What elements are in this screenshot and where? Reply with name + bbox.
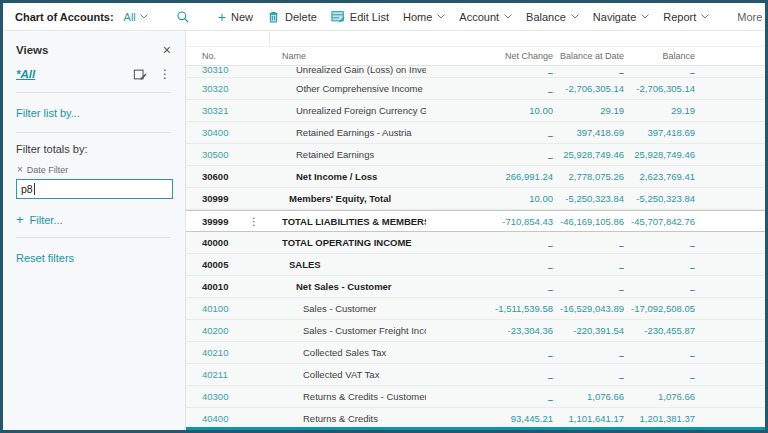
net-change-value[interactable]: 10.00	[426, 100, 553, 121]
column-header-name[interactable]: Name	[264, 51, 426, 61]
edit-view-icon[interactable]	[133, 68, 147, 81]
table-row[interactable]: 39999⋮TOTAL LIABILITIES & MEMBERS' EQUIT…	[186, 210, 765, 232]
new-button[interactable]: + New	[218, 10, 253, 24]
balance-value[interactable]: -230,455.87	[624, 320, 695, 341]
account-no-link[interactable]: 40100	[186, 298, 244, 319]
filter-list-by-link[interactable]: Filter list by...	[16, 107, 80, 119]
balance-at-date-value[interactable]: –	[553, 342, 624, 363]
account-no-link[interactable]: 40400	[186, 408, 244, 429]
account-no-link[interactable]: 30999	[186, 188, 244, 209]
search-button[interactable]	[176, 10, 190, 24]
table-row[interactable]: 40200Sales - Customer Freight Income-23,…	[186, 320, 765, 342]
balance-value[interactable]: 29.19	[624, 100, 695, 121]
menu-home[interactable]: Home	[403, 11, 445, 23]
table-row[interactable]: 40005SALES–––	[186, 254, 765, 276]
balance-at-date-value[interactable]: -2,706,305.14	[553, 78, 624, 99]
account-no-link[interactable]: 40005	[186, 254, 244, 275]
net-change-value[interactable]: -710,854.43	[426, 211, 553, 231]
reset-filters-link[interactable]: Reset filters	[16, 252, 74, 264]
delete-button[interactable]: Delete	[267, 10, 317, 24]
net-change-value[interactable]: –	[426, 78, 553, 99]
balance-value[interactable]: 397,418.69	[624, 122, 695, 143]
account-no-link[interactable]: 30321	[186, 100, 244, 121]
menu-account[interactable]: Account	[459, 11, 512, 23]
account-no-link[interactable]: 40010	[186, 276, 244, 297]
account-no-link[interactable]: 30320	[186, 78, 244, 99]
table-row[interactable]: 30310Unrealized Gain (Loss) on Investmen…	[186, 66, 765, 78]
add-filter-link[interactable]: + Filter...	[16, 213, 171, 226]
view-selector[interactable]: All	[124, 11, 148, 23]
account-no-link[interactable]: 30310	[186, 66, 244, 77]
balance-at-date-value[interactable]: –	[553, 364, 624, 385]
balance-value[interactable]: 1,076.66	[624, 386, 695, 407]
balance-at-date-value[interactable]: 2,778,075.26	[553, 166, 624, 187]
account-no-link[interactable]: 30500	[186, 144, 244, 165]
column-header-net-change[interactable]: Net Change	[426, 51, 553, 61]
table-row[interactable]: 40211Collected VAT Tax–––	[186, 364, 765, 386]
more-options-button[interactable]: More options	[737, 11, 768, 23]
balance-at-date-value[interactable]: –	[553, 232, 624, 253]
account-no-link[interactable]: 40210	[186, 342, 244, 363]
balance-at-date-value[interactable]: 1,101,641.17	[553, 408, 624, 429]
balance-value[interactable]: –	[624, 232, 695, 253]
balance-value[interactable]: –	[624, 254, 695, 275]
table-row[interactable]: 30400Retained Earnings - Austria–397,418…	[186, 122, 765, 144]
column-header-balance-at-date[interactable]: Balance at Date	[553, 51, 624, 61]
balance-value[interactable]: -5,250,323.84	[624, 188, 695, 209]
menu-report[interactable]: Report	[663, 11, 709, 23]
table-row[interactable]: 40000TOTAL OPERATING INCOME–––	[186, 232, 765, 254]
net-change-value[interactable]: -1,511,539.58	[426, 298, 553, 319]
net-change-value[interactable]: 266,991.24	[426, 166, 553, 187]
balance-at-date-value[interactable]: –	[553, 66, 624, 77]
balance-value[interactable]: –	[624, 342, 695, 363]
balance-value[interactable]: –	[624, 66, 695, 77]
net-change-value[interactable]: –	[426, 144, 553, 165]
net-change-value[interactable]: -23,304.36	[426, 320, 553, 341]
column-header-no[interactable]: No.	[186, 51, 244, 61]
balance-value[interactable]: –	[624, 364, 695, 385]
remove-date-filter-icon[interactable]: ×	[17, 164, 23, 175]
net-change-value[interactable]: 93,445.21	[426, 408, 553, 429]
view-all-link[interactable]: *All	[16, 68, 35, 80]
balance-value[interactable]: 1,201,381.37	[624, 408, 695, 429]
account-no-link[interactable]: 39999	[186, 211, 244, 231]
table-row[interactable]: 30500Retained Earnings–25,928,749.4625,9…	[186, 144, 765, 166]
close-pane-icon[interactable]: ×	[163, 43, 171, 57]
balance-at-date-value[interactable]: –	[553, 276, 624, 297]
net-change-value[interactable]: –	[426, 66, 553, 77]
table-row[interactable]: 40210Collected Sales Tax–––	[186, 342, 765, 364]
table-row[interactable]: 30999Members' Equity, Total10.00-5,250,3…	[186, 188, 765, 210]
table-row[interactable]: 40010Net Sales - Customer–––	[186, 276, 765, 298]
table-row[interactable]: 40100Sales - Customer-1,511,539.58-16,52…	[186, 298, 765, 320]
balance-at-date-value[interactable]: 397,418.69	[553, 122, 624, 143]
table-row[interactable]: 30321Unrealized Foreign Currency Gain/Lo…	[186, 100, 765, 122]
balance-value[interactable]: -17,092,508.05	[624, 298, 695, 319]
table-row[interactable]: 30320Other Comprehensive Income–-2,706,3…	[186, 78, 765, 100]
net-change-value[interactable]: –	[426, 254, 553, 275]
balance-at-date-value[interactable]: 25,928,749.46	[553, 144, 624, 165]
menu-balance[interactable]: Balance	[526, 11, 579, 23]
account-no-link[interactable]: 40200	[186, 320, 244, 341]
account-no-link[interactable]: 40300	[186, 386, 244, 407]
balance-at-date-value[interactable]: -220,391.54	[553, 320, 624, 341]
balance-at-date-value[interactable]: -46,169,105.86	[553, 211, 624, 231]
balance-value[interactable]: -2,706,305.14	[624, 78, 695, 99]
net-change-value[interactable]: –	[426, 342, 553, 363]
balance-value[interactable]: 2,623,769.41	[624, 166, 695, 187]
net-change-value[interactable]: –	[426, 232, 553, 253]
balance-value[interactable]: –	[624, 276, 695, 297]
net-change-value[interactable]: –	[426, 276, 553, 297]
table-row[interactable]: 40300Returns & Credits - Customer Freigh…	[186, 386, 765, 408]
column-header-balance[interactable]: Balance	[624, 51, 695, 61]
menu-navigate[interactable]: Navigate	[593, 11, 649, 23]
balance-at-date-value[interactable]: -5,250,323.84	[553, 188, 624, 209]
account-no-link[interactable]: 30400	[186, 122, 244, 143]
net-change-value[interactable]: –	[426, 364, 553, 385]
account-no-link[interactable]: 30600	[186, 166, 244, 187]
row-options-icon[interactable]: ⋮	[244, 211, 264, 231]
account-no-link[interactable]: 40000	[186, 232, 244, 253]
net-change-value[interactable]: –	[426, 386, 553, 407]
balance-value[interactable]: -45,707,842.76	[624, 211, 695, 231]
balance-at-date-value[interactable]: 29.19	[553, 100, 624, 121]
table-row[interactable]: 30600Net Income / Loss266,991.242,778,07…	[186, 166, 765, 188]
